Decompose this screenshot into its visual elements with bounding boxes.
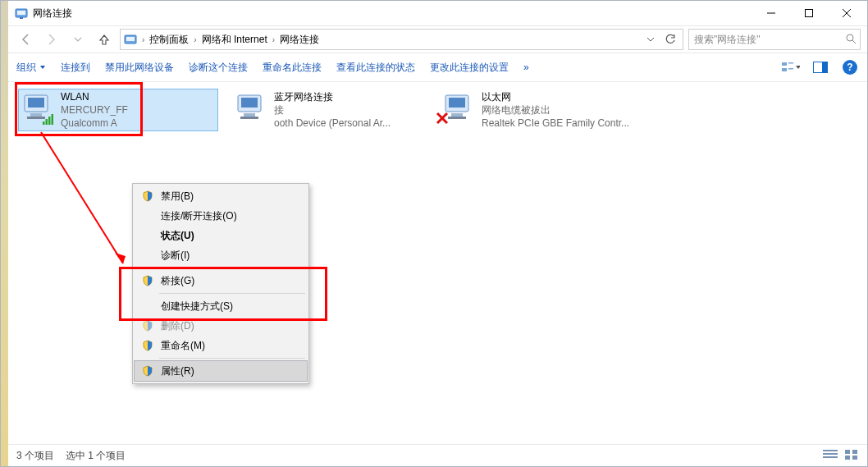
breadcrumb-item[interactable]: 网络和 Internet (202, 33, 267, 47)
svg-rect-8 (126, 37, 135, 41)
item-line2: 网络电缆被拔出 (482, 103, 629, 117)
svg-rect-37 (823, 456, 838, 458)
disable-device-button[interactable]: 禁用此网络设备 (105, 61, 174, 75)
command-bar: 组织 连接到 禁用此网络设备 诊断这个连接 重命名此连接 查看此连接的状态 更改… (8, 53, 867, 82)
shield-icon (141, 274, 154, 287)
diagnose-button[interactable]: 诊断这个连接 (189, 61, 248, 75)
svg-rect-12 (788, 62, 793, 64)
content-area[interactable]: WLAN MERCURY_FF Qualcomm A 蓝牙网络连接 接 ooth… (8, 82, 867, 439)
menu-diagnose[interactable]: 诊断(I) (135, 245, 307, 265)
network-icon (124, 33, 137, 46)
menu-divider (159, 293, 305, 294)
network-icon (15, 7, 28, 20)
change-settings-button[interactable]: 更改此连接的设置 (430, 61, 509, 75)
desktop-edge (0, 0, 8, 467)
close-button[interactable] (828, 1, 866, 25)
menu-create-shortcut[interactable]: 创建快捷方式(S) (135, 296, 307, 316)
item-line3: Realtek PCIe GBE Family Contr... (482, 117, 629, 130)
view-options-button[interactable] (782, 58, 800, 76)
up-button[interactable] (94, 29, 115, 50)
item-name: 以太网 (482, 90, 629, 103)
window: 网络连接 › 控制面板 › 网络和 Internet › 网络连接 (0, 0, 868, 467)
window-inner: 网络连接 › 控制面板 › 网络和 Internet › 网络连接 (8, 1, 867, 466)
context-menu: 禁用(B) 连接/断开连接(O) 状态(U) 诊断(I) 桥接(G) 创建快捷方… (132, 183, 309, 384)
svg-rect-22 (46, 119, 48, 125)
chevron-right-icon: › (271, 35, 276, 44)
svg-rect-26 (241, 98, 258, 108)
svg-rect-1 (17, 11, 25, 15)
rename-connection-button[interactable]: 重命名此连接 (263, 61, 322, 75)
svg-rect-32 (448, 117, 466, 119)
search-icon (845, 33, 857, 47)
svg-rect-40 (845, 456, 850, 460)
forward-button[interactable] (41, 29, 62, 50)
preview-pane-button[interactable] (811, 58, 829, 76)
status-bar: 3 个项目 选中 1 个项目 (8, 444, 867, 466)
back-button[interactable] (15, 29, 36, 50)
connect-to-button[interactable]: 连接到 (61, 61, 90, 75)
address-dropdown[interactable] (642, 30, 660, 48)
svg-point-9 (847, 34, 853, 41)
svg-rect-39 (852, 450, 857, 454)
svg-rect-41 (852, 456, 857, 460)
search-box[interactable] (688, 29, 861, 50)
error-icon (436, 112, 449, 127)
chevron-right-icon: › (192, 35, 198, 44)
details-view-icon[interactable] (823, 449, 838, 463)
menu-status[interactable]: 状态(U) (135, 226, 307, 245)
address-bar: › 控制面板 › 网络和 Internet › 网络连接 (8, 25, 867, 53)
svg-line-10 (852, 40, 856, 43)
nic-icon (233, 90, 269, 125)
svg-rect-16 (822, 62, 827, 72)
breadcrumb-item[interactable]: 网络连接 (280, 33, 319, 47)
help-button[interactable]: ? (841, 58, 859, 76)
svg-rect-14 (788, 68, 793, 70)
network-item-wlan[interactable]: WLAN MERCURY_FF Qualcomm A (18, 89, 218, 131)
svg-rect-24 (52, 114, 54, 125)
svg-rect-27 (244, 113, 255, 117)
svg-rect-31 (451, 113, 463, 117)
item-line2: 接 (274, 103, 391, 117)
item-line3: ooth Device (Personal Ar... (274, 117, 391, 130)
menu-delete[interactable]: 删除(D) (135, 316, 307, 336)
item-name: 蓝牙网络连接 (274, 90, 391, 103)
large-icons-view-icon[interactable] (844, 449, 859, 463)
svg-rect-23 (48, 117, 51, 125)
status-selected: 选中 1 个项目 (66, 449, 126, 463)
svg-rect-38 (845, 450, 850, 454)
signal-icon (43, 113, 56, 125)
svg-rect-35 (823, 450, 838, 451)
svg-rect-11 (782, 62, 787, 66)
menu-properties[interactable]: 属性(R) (134, 360, 308, 382)
svg-rect-13 (782, 68, 787, 71)
minimize-button[interactable] (752, 1, 790, 25)
network-item-bluetooth[interactable]: 蓝牙网络连接 接 ooth Device (Personal Ar... (231, 89, 436, 131)
svg-rect-18 (28, 98, 44, 108)
chevron-right-icon: › (140, 35, 146, 44)
maximize-button[interactable] (790, 1, 828, 25)
organize-menu[interactable]: 组织 (16, 61, 46, 75)
address-box[interactable]: › 控制面板 › 网络和 Internet › 网络连接 (120, 29, 683, 50)
svg-rect-4 (806, 10, 813, 17)
menu-connect[interactable]: 连接/断开连接(O) (135, 206, 307, 226)
item-line2: MERCURY_FF (61, 103, 128, 117)
svg-rect-2 (20, 17, 23, 19)
shield-icon (141, 339, 154, 352)
menu-disable[interactable]: 禁用(B) (135, 186, 307, 206)
item-name: WLAN (61, 90, 128, 103)
search-input[interactable] (692, 33, 842, 46)
nic-icon (20, 90, 56, 125)
nic-icon (441, 90, 477, 125)
svg-rect-36 (823, 453, 838, 455)
view-status-button[interactable]: 查看此连接的状态 (336, 61, 415, 75)
recent-dropdown[interactable] (67, 29, 89, 50)
overflow-button[interactable]: » (523, 62, 529, 73)
network-item-ethernet[interactable]: 以太网 网络电缆被拔出 Realtek PCIe GBE Family Cont… (439, 89, 643, 131)
breadcrumb-item[interactable]: 控制面板 (149, 33, 189, 47)
menu-bridge[interactable]: 桥接(G) (135, 271, 307, 291)
menu-rename[interactable]: 重命名(M) (135, 336, 307, 355)
refresh-button[interactable] (661, 30, 679, 48)
window-title: 网络连接 (33, 7, 72, 21)
svg-rect-30 (449, 98, 465, 108)
svg-rect-28 (240, 117, 258, 119)
